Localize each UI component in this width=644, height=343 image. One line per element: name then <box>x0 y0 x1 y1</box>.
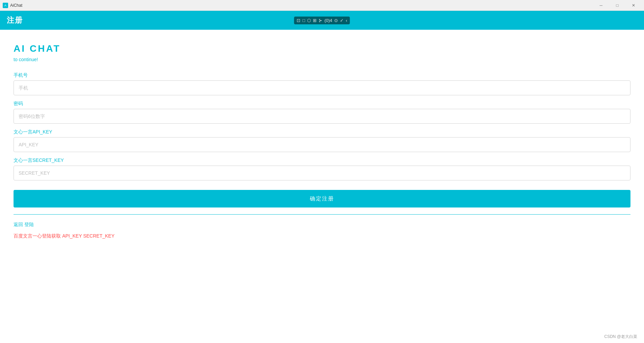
toolbar-title: 注册 <box>7 15 23 25</box>
form-divider <box>14 214 630 215</box>
toolbar-center-icons: ⊡ □ ⬡ ⊞ ⊱ (0)4 ⊙ ✓ ‹ <box>294 17 350 24</box>
minimize-button[interactable]: ─ <box>593 0 609 11</box>
app-title: AI CHAT <box>14 43 630 54</box>
app-icon: A <box>3 3 8 8</box>
tray-icon-2: □ <box>302 18 305 23</box>
window-titlebar: A AiChat ─ □ ✕ <box>0 0 644 11</box>
tray-icon-4: ⊞ <box>313 18 317 23</box>
phone-label: 手机号 <box>14 72 630 78</box>
secret-key-input[interactable] <box>14 166 630 180</box>
back-to-login-link[interactable]: 返回 登陆 <box>14 222 34 227</box>
window-title: AiChat <box>10 3 22 8</box>
tray-icon-1: ⊡ <box>297 18 300 23</box>
tray-icon-6: (0)4 <box>324 18 332 23</box>
baidu-help-link[interactable]: 百度文言一心登陆获取 API_KEY SECRET_KEY <box>14 233 630 239</box>
tray-icon-3: ⬡ <box>307 18 311 23</box>
close-button[interactable]: ✕ <box>626 0 641 11</box>
tray-icon-9: ‹ <box>346 18 347 23</box>
titlebar-controls: ─ □ ✕ <box>593 0 641 11</box>
secret-key-label: 文心一言SECRET_KEY <box>14 157 630 164</box>
tray-icon-5: ⊱ <box>319 18 322 23</box>
tray-icon-8: ✓ <box>340 18 344 23</box>
footer-text: CSDN @老大白菜 <box>604 334 637 339</box>
system-tray-icons: ⊡ □ ⬡ ⊞ ⊱ (0)4 ⊙ ✓ ‹ <box>294 17 350 24</box>
page-footer: CSDN @老大白菜 <box>604 334 637 340</box>
password-input[interactable] <box>14 109 630 124</box>
registration-form: 手机号 密码 文心一言API_KEY 文心一言SECRET_KEY 确定注册 返… <box>14 72 630 239</box>
maximize-button[interactable]: □ <box>610 0 625 11</box>
phone-input[interactable] <box>14 80 630 95</box>
tray-icon-7: ⊙ <box>334 18 338 23</box>
titlebar-left: A AiChat <box>3 3 22 8</box>
password-label: 密码 <box>14 101 630 107</box>
main-content: AI CHAT to continue! 手机号 密码 文心一言API_KEY … <box>0 30 644 253</box>
api-key-input[interactable] <box>14 137 630 152</box>
toolbar-bar: 注册 ⊡ □ ⬡ ⊞ ⊱ (0)4 ⊙ ✓ ‹ <box>0 11 644 30</box>
app-subtitle: to continue! <box>14 57 630 62</box>
submit-button[interactable]: 确定注册 <box>14 190 630 207</box>
api-key-label: 文心一言API_KEY <box>14 129 630 135</box>
